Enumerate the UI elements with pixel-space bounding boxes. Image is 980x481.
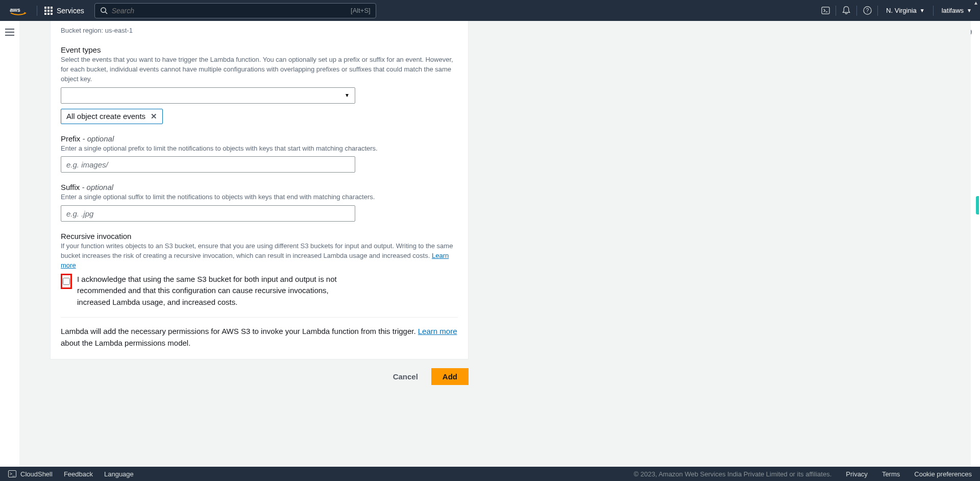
recursive-ack-label: I acknowledge that using the same S3 buc…	[77, 274, 357, 308]
chevron-down-icon: ▼	[920, 8, 925, 13]
language-link[interactable]: Language	[104, 470, 134, 478]
svg-text:?: ?	[866, 8, 869, 13]
help-icon[interactable]: ?	[857, 0, 877, 21]
trigger-config-panel: Bucket region: us-east-1 Event types Sel…	[50, 21, 469, 359]
cloudshell-icon[interactable]	[815, 0, 836, 21]
region-selector[interactable]: N. Virginia▼	[878, 0, 933, 21]
recursive-label: Recursive invocation	[61, 232, 458, 240]
user-label: latifaws	[942, 7, 964, 14]
chevron-down-icon: ▼	[967, 8, 972, 13]
services-label: Services	[57, 7, 84, 15]
cancel-button[interactable]: Cancel	[387, 368, 424, 385]
prefix-label: Prefix - optional	[61, 134, 458, 143]
search-input[interactable]	[112, 7, 351, 15]
event-types-dropdown[interactable]: ▼	[61, 87, 355, 104]
suffix-field: Suffix - optional Enter a single optiona…	[61, 183, 458, 222]
suffix-input[interactable]	[61, 205, 355, 222]
checkbox-highlight	[61, 274, 72, 289]
terms-link[interactable]: Terms	[882, 470, 900, 478]
search-icon	[100, 7, 108, 14]
top-nav: aws Services [Alt+S] ? N. Virginia▼ lati…	[0, 0, 980, 21]
region-label: N. Virginia	[886, 7, 917, 14]
recursive-field: Recursive invocation If your function wr…	[61, 232, 458, 308]
recursive-ack: I acknowledge that using the same S3 buc…	[61, 274, 357, 308]
prefix-field: Prefix - optional Enter a single optiona…	[61, 134, 458, 173]
main-content: Bucket region: us-east-1 Event types Sel…	[19, 21, 971, 467]
search-shortcut: [Alt+S]	[351, 7, 371, 14]
suffix-label: Suffix - optional	[61, 183, 458, 191]
suffix-desc: Enter a single optional suffix to limit …	[61, 193, 458, 202]
divider	[61, 317, 458, 318]
prefix-desc: Enter a single optional prefix to limit …	[61, 144, 458, 154]
feedback-link[interactable]: Feedback	[64, 470, 93, 478]
svg-text:aws: aws	[10, 6, 20, 12]
services-menu[interactable]: Services	[37, 7, 91, 15]
event-types-desc: Select the events that you want to have …	[61, 55, 458, 84]
svg-rect-3	[822, 7, 829, 14]
chip-label: All object create events	[66, 112, 145, 121]
add-button[interactable]: Add	[431, 368, 469, 385]
aws-logo[interactable]: aws	[0, 6, 37, 16]
chip-remove-icon[interactable]: ✕	[151, 112, 157, 121]
permissions-note: Lambda will add the necessary permission…	[61, 326, 458, 349]
privacy-link[interactable]: Privacy	[846, 470, 868, 478]
chevron-down-icon: ▼	[345, 92, 350, 98]
event-types-label: Event types	[61, 45, 458, 54]
event-type-chip: All object create events ✕	[61, 109, 163, 124]
permissions-learn-more-link[interactable]: Learn more	[418, 327, 457, 335]
scroll-up-icon[interactable]: ▲	[973, 0, 979, 6]
terminal-icon: >_	[8, 470, 16, 477]
cookies-link[interactable]: Cookie preferences	[914, 470, 972, 478]
cloudshell-label: CloudShell	[20, 470, 53, 478]
sidebar-toggle[interactable]	[5, 27, 14, 38]
prefix-input[interactable]	[61, 156, 355, 173]
svg-line-2	[105, 12, 107, 14]
notifications-icon[interactable]	[836, 0, 856, 21]
copyright-text: © 2023, Amazon Web Services India Privat…	[634, 470, 832, 478]
svg-point-1	[101, 8, 106, 12]
form-actions: Cancel Add	[50, 368, 469, 385]
grid-icon	[44, 7, 53, 15]
bucket-region-note: Bucket region: us-east-1	[61, 27, 458, 34]
event-types-field: Event types Select the events that you w…	[61, 45, 458, 124]
cloudshell-link[interactable]: >_ CloudShell	[8, 470, 53, 478]
side-panel-handle[interactable]	[976, 196, 979, 214]
recursive-desc: If your function writes objects to an S3…	[61, 242, 458, 271]
search-box[interactable]: [Alt+S]	[94, 3, 376, 18]
recursive-ack-checkbox[interactable]	[63, 278, 70, 285]
bottom-bar: >_ CloudShell Feedback Language © 2023, …	[0, 467, 980, 481]
